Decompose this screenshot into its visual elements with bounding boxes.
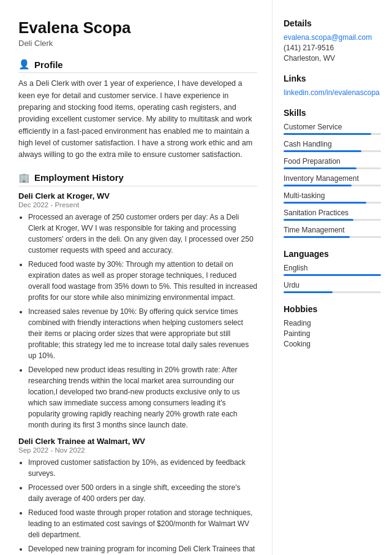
skill-cash-handling-bar-fill [284, 150, 361, 152]
lang-english-label: English [284, 264, 381, 272]
employment-heading-label: Employment History [34, 172, 124, 183]
skill-cash-handling: Cash Handling [284, 140, 381, 152]
skill-customer-service-bar-fill [284, 133, 371, 135]
skill-cash-handling-label: Cash Handling [284, 140, 381, 148]
skill-food-preparation-label: Food Preparation [284, 157, 381, 166]
skill-inventory-management-label: Inventory Management [284, 174, 381, 183]
employment-section: 🏢 Employment History Deli Clerk at Kroge… [18, 172, 257, 555]
job-2-dates: Sep 2022 - Nov 2022 [18, 446, 257, 454]
lang-english-bar-fill [284, 274, 381, 276]
employment-icon: 🏢 [18, 172, 30, 183]
hobbies-section: Hobbies Reading Painting Cooking [284, 304, 381, 348]
job-2-title: Deli Clerk Trainee at Walmart, WV [18, 437, 257, 446]
hobby-painting: Painting [284, 329, 381, 338]
job-1-bullet-4: Developed new product ideas resulting in… [28, 364, 257, 431]
skill-inventory-management-bar-fill [284, 185, 352, 186]
job-2-bullets: Improved customer satisfaction by 10%, a… [18, 457, 257, 555]
lang-urdu-bar-fill [284, 291, 333, 293]
skill-multitasking-bar-bg [284, 202, 381, 204]
skill-multitasking-bar-fill [284, 202, 366, 204]
details-section: Details evalena.scopa@gmail.com (141) 21… [284, 18, 381, 63]
job-1-bullet-3: Increased sales revenue by 10%: By offer… [28, 306, 257, 361]
hobbies-heading: Hobbies [284, 304, 381, 314]
skill-food-preparation-bar-bg [284, 167, 381, 169]
job-1-title: Deli Clerk at Kroger, WV [18, 191, 257, 201]
job-2-bullet-2: Processed over 500 orders in a single sh… [28, 482, 257, 504]
profile-icon: 👤 [18, 59, 30, 70]
skill-customer-service-label: Customer Service [284, 123, 381, 131]
left-column: Evalena Scopa Deli Clerk 👤 Profile As a … [0, 0, 273, 555]
skill-customer-service-bar-bg [284, 133, 381, 135]
lang-english-bar-bg [284, 274, 381, 276]
hobby-reading: Reading [284, 319, 381, 327]
skills-section: Skills Customer Service Cash Handling Fo… [284, 108, 381, 238]
lang-urdu: Urdu [284, 281, 381, 293]
skill-time-management-label: Time Management [284, 226, 381, 234]
lang-english: English [284, 264, 381, 276]
job-1-bullet-2: Reduced food waste by 30%: Through my at… [28, 259, 257, 303]
skill-food-preparation-bar-fill [284, 167, 356, 169]
details-location: Charleston, WV [284, 54, 381, 63]
skill-sanitation-practices-label: Sanitation Practices [284, 209, 381, 217]
profile-heading: 👤 Profile [18, 59, 257, 73]
skill-cash-handling-bar-bg [284, 150, 381, 152]
details-phone: (141) 217-9516 [284, 44, 381, 52]
header: Evalena Scopa Deli Clerk [18, 18, 257, 48]
employment-heading: 🏢 Employment History [18, 172, 257, 186]
links-section: Links linkedin.com/in/evalenascopa [284, 74, 381, 97]
job-1-dates: Dec 2022 - Present [18, 201, 257, 209]
job-2-bullet-1: Improved customer satisfaction by 10%, a… [28, 457, 257, 479]
skill-time-management-bar-bg [284, 236, 381, 238]
candidate-name: Evalena Scopa [18, 18, 257, 37]
job-1-bullet-1: Processed an average of 250 customer ord… [28, 212, 257, 256]
details-email[interactable]: evalena.scopa@gmail.com [284, 33, 381, 42]
job-2: Deli Clerk Trainee at Walmart, WV Sep 20… [18, 437, 257, 555]
languages-section: Languages English Urdu [284, 249, 381, 293]
job-1-bullets: Processed an average of 250 customer ord… [18, 212, 257, 431]
lang-urdu-bar-bg [284, 291, 381, 293]
links-heading: Links [284, 74, 381, 83]
page: Evalena Scopa Deli Clerk 👤 Profile As a … [0, 0, 392, 555]
hobby-cooking: Cooking [284, 340, 381, 348]
skill-sanitation-practices-bar-fill [284, 219, 353, 221]
skill-sanitation-practices-bar-bg [284, 219, 381, 221]
skill-time-management: Time Management [284, 226, 381, 238]
job-1: Deli Clerk at Kroger, WV Dec 2022 - Pres… [18, 191, 257, 431]
skill-sanitation-practices: Sanitation Practices [284, 209, 381, 221]
job-2-bullet-3: Reduced food waste through proper rotati… [28, 507, 257, 540]
job-2-bullet-4: Developed new training program for incom… [28, 543, 257, 555]
profile-heading-label: Profile [34, 59, 63, 70]
skill-inventory-management-bar-bg [284, 185, 381, 186]
right-column: Details evalena.scopa@gmail.com (141) 21… [273, 0, 392, 555]
languages-heading: Languages [284, 249, 381, 259]
lang-urdu-label: Urdu [284, 281, 381, 289]
skill-customer-service: Customer Service [284, 123, 381, 135]
skill-inventory-management: Inventory Management [284, 174, 381, 186]
profile-section: 👤 Profile As a Deli Clerk with over 1 ye… [18, 59, 257, 161]
skill-food-preparation: Food Preparation [284, 157, 381, 169]
links-linkedin[interactable]: linkedin.com/in/evalenascopa [284, 88, 381, 97]
candidate-title: Deli Clerk [18, 39, 257, 48]
details-heading: Details [284, 18, 381, 28]
skills-heading: Skills [284, 108, 381, 118]
profile-text: As a Deli Clerk with over 1 year of expe… [18, 78, 257, 161]
skill-time-management-bar-fill [284, 236, 350, 238]
skill-multitasking-label: Multi-tasking [284, 191, 381, 200]
skill-multitasking: Multi-tasking [284, 191, 381, 204]
